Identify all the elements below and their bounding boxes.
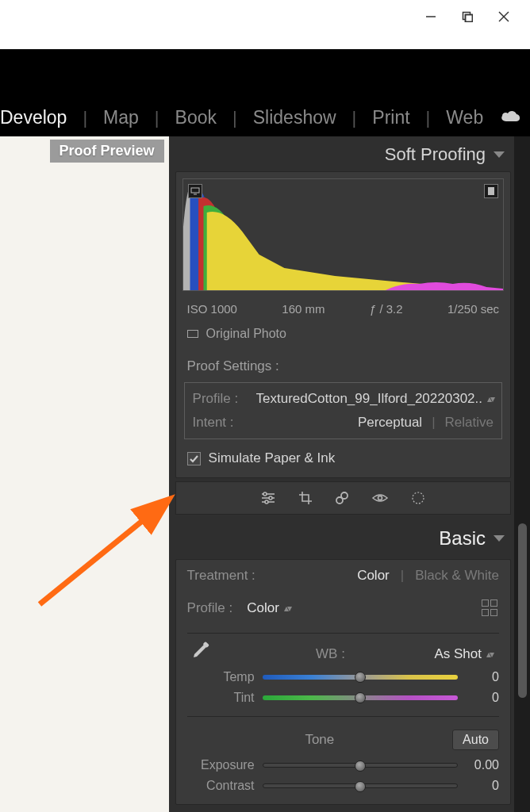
temp-slider[interactable] bbox=[263, 675, 458, 680]
masking-icon[interactable] bbox=[411, 491, 425, 505]
minimize-button[interactable] bbox=[413, 5, 449, 29]
module-web[interactable]: Web bbox=[430, 107, 499, 128]
treatment-label: Treatment : bbox=[187, 568, 255, 584]
basic-profile-dropdown[interactable]: Color bbox=[247, 600, 279, 616]
profile-browser-icon[interactable] bbox=[482, 599, 499, 617]
monitor-gamut-icon[interactable] bbox=[188, 184, 202, 198]
basic-title: Basic bbox=[439, 527, 486, 550]
basic-panel: Treatment : Color | Black & White Profil… bbox=[175, 559, 511, 805]
maximize-button[interactable] bbox=[449, 5, 486, 29]
profile-dropdown[interactable]: TexturedCotton_99_Ilford_20220302.. bbox=[256, 391, 482, 407]
updown-icon: ▴▾ bbox=[486, 649, 493, 660]
chevron-down-icon bbox=[494, 151, 505, 158]
tint-value[interactable]: 0 bbox=[467, 691, 499, 705]
chevron-down-icon bbox=[494, 535, 505, 542]
svg-point-15 bbox=[269, 496, 272, 500]
tint-label: Tint bbox=[187, 691, 263, 705]
proof-settings-box: Profile : TexturedCotton_99_Ilford_20220… bbox=[184, 382, 502, 439]
exposure-value[interactable]: 0.00 bbox=[467, 758, 499, 772]
exif-row: ISO 1000 160 mm ƒ / 3.2 1/250 sec bbox=[176, 297, 510, 320]
module-map[interactable]: Map bbox=[87, 107, 155, 128]
annotation-arrow bbox=[32, 485, 182, 612]
cloud-sync-icon[interactable] bbox=[499, 109, 523, 128]
original-photo-label: Original Photo bbox=[206, 327, 286, 341]
svg-point-20 bbox=[413, 492, 424, 504]
panel-header-soft-proofing[interactable]: Soft Proofing bbox=[175, 136, 511, 171]
crop-icon[interactable] bbox=[298, 491, 313, 505]
divider bbox=[187, 633, 499, 634]
contrast-slider[interactable] bbox=[263, 783, 458, 788]
panel-scrollbar[interactable] bbox=[514, 136, 530, 812]
temp-value[interactable]: 0 bbox=[467, 670, 499, 684]
shutter-value: 1/250 sec bbox=[447, 302, 499, 316]
updown-icon: ▴▾ bbox=[487, 393, 494, 404]
rectangle-icon bbox=[187, 330, 198, 338]
panel-header-basic[interactable]: Basic bbox=[175, 518, 511, 559]
profile-label: Profile : bbox=[193, 391, 256, 407]
intent-relative[interactable]: Relative bbox=[445, 415, 494, 431]
module-book[interactable]: Book bbox=[159, 107, 232, 128]
treatment-color[interactable]: Color bbox=[357, 568, 390, 584]
svg-rect-7 bbox=[191, 188, 199, 193]
intent-label: Intent : bbox=[193, 415, 256, 431]
histogram-graph bbox=[183, 179, 503, 290]
proof-settings-label: Proof Settings : bbox=[176, 347, 510, 382]
close-button[interactable] bbox=[486, 5, 522, 29]
iso-value: ISO 1000 bbox=[187, 302, 237, 316]
temp-label: Temp bbox=[187, 670, 263, 684]
scrollbar-thumb[interactable] bbox=[518, 523, 527, 698]
contrast-value[interactable]: 0 bbox=[467, 779, 499, 793]
svg-rect-9 bbox=[488, 187, 494, 195]
original-photo-toggle[interactable]: Original Photo bbox=[176, 320, 510, 347]
tint-slider[interactable] bbox=[263, 695, 458, 700]
simulate-paper-ink-checkbox[interactable] bbox=[187, 452, 201, 465]
module-develop[interactable]: Develop bbox=[0, 107, 83, 128]
intent-perceptual[interactable]: Perceptual bbox=[358, 415, 422, 431]
aperture-value: ƒ / 3.2 bbox=[370, 302, 403, 316]
tone-label: Tone bbox=[187, 732, 453, 748]
basic-profile-label: Profile : bbox=[187, 600, 233, 616]
destination-gamut-icon[interactable] bbox=[484, 184, 498, 198]
treatment-bw[interactable]: Black & White bbox=[415, 568, 499, 584]
wb-label: WB : bbox=[227, 646, 435, 662]
separator: | bbox=[401, 568, 404, 584]
edit-sliders-icon[interactable] bbox=[260, 491, 276, 505]
module-bar: Develop | Map | Book | Slideshow | Print… bbox=[0, 49, 530, 136]
white-balance-picker-icon[interactable] bbox=[187, 642, 209, 667]
soft-proofing-title: Soft Proofing bbox=[385, 144, 486, 165]
svg-point-19 bbox=[378, 496, 382, 500]
divider bbox=[187, 716, 499, 717]
redeye-icon[interactable] bbox=[371, 492, 389, 504]
svg-rect-2 bbox=[466, 15, 473, 22]
svg-point-14 bbox=[263, 492, 267, 496]
updown-icon: ▴▾ bbox=[284, 603, 290, 614]
preview-pane: Proof Preview bbox=[0, 136, 169, 812]
module-slideshow[interactable]: Slideshow bbox=[237, 107, 352, 128]
simulate-paper-ink-label: Simulate Paper & Ink bbox=[209, 450, 336, 466]
separator: | bbox=[432, 415, 435, 431]
svg-point-16 bbox=[265, 500, 268, 504]
auto-tone-button[interactable]: Auto bbox=[452, 730, 499, 750]
tool-strip bbox=[175, 481, 511, 515]
healing-icon[interactable] bbox=[335, 491, 349, 505]
contrast-label: Contrast bbox=[187, 779, 263, 793]
soft-proofing-panel: ISO 1000 160 mm ƒ / 3.2 1/250 sec Origin… bbox=[175, 171, 511, 478]
wb-dropdown[interactable]: As Shot bbox=[434, 646, 482, 662]
svg-line-6 bbox=[40, 501, 167, 604]
histogram[interactable] bbox=[182, 178, 504, 291]
svg-point-18 bbox=[341, 492, 348, 499]
exposure-slider[interactable] bbox=[263, 763, 458, 768]
proof-preview-badge: Proof Preview bbox=[50, 140, 164, 163]
module-print[interactable]: Print bbox=[356, 107, 425, 128]
exposure-label: Exposure bbox=[187, 758, 263, 772]
focal-value: 160 mm bbox=[282, 302, 325, 316]
window-titlebar bbox=[0, 0, 530, 49]
